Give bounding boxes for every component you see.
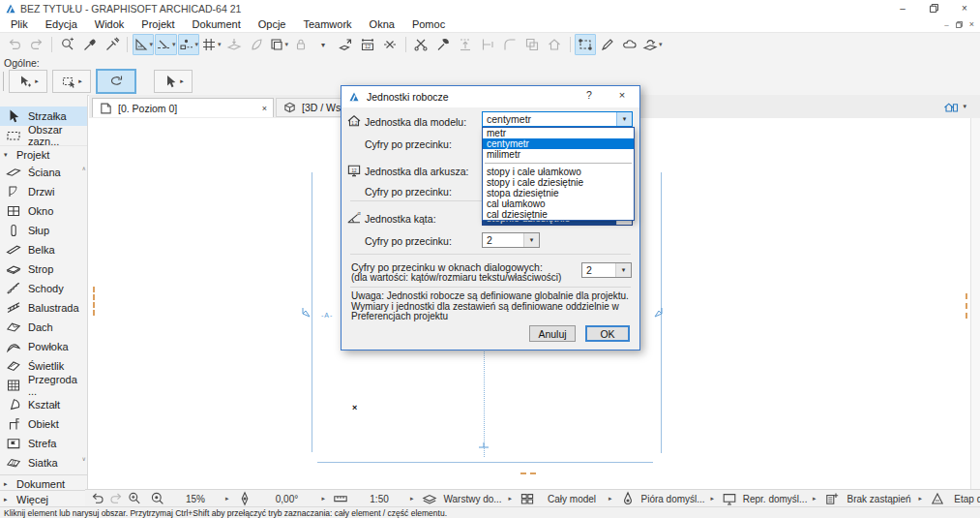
chevron-down-button[interactable]: ▾ [312, 34, 334, 55]
close-button[interactable]: × [949, 0, 980, 16]
ok-button[interactable]: OK [585, 325, 630, 342]
snap-points-button[interactable]: ▾ [178, 34, 200, 55]
fillet-button[interactable] [499, 34, 520, 55]
select-move-button[interactable]: ▸ [9, 70, 47, 93]
tool-obiekt[interactable]: Obiekt [0, 414, 87, 434]
quickbar-pens-value[interactable]: Pióra domyśl... [638, 494, 708, 504]
tool-sciana[interactable]: Ściana [0, 163, 87, 182]
menu-okna[interactable]: Okna [361, 17, 403, 31]
menu-pomoc[interactable]: Pomoc [403, 17, 454, 31]
menu-plik[interactable]: Plik [2, 17, 37, 31]
grid-snap-button[interactable]: ▾ [200, 34, 223, 55]
eyedropper-button[interactable] [79, 34, 101, 55]
unit-option-stopa-dziesietnie[interactable]: stopa dziesiętnie [483, 188, 634, 198]
project-chooser[interactable]: ▾ [943, 99, 966, 114]
tool-obszar-zazn[interactable]: Obszar zazn... [0, 126, 87, 145]
quickbar-scale-value[interactable]: 1:50 [351, 494, 407, 504]
frame-button[interactable]: ▾ [268, 34, 290, 55]
toolbox-group-wiecej[interactable]: ▸Więcej [0, 490, 87, 507]
section-marker-icon[interactable] [478, 442, 490, 455]
quickbar-phase-value[interactable]: Etap domyślny [948, 494, 980, 504]
angle-digits-select[interactable]: 2 ▾ [482, 232, 540, 248]
toolbox-scroll-up-icon[interactable]: ∧ [82, 165, 86, 171]
flyout-arrow-icon[interactable]: ▸ [322, 495, 326, 503]
dialog-digits-select[interactable]: 2 ▾ [581, 262, 632, 278]
menu-teamwork[interactable]: Teamwork [294, 17, 360, 31]
tool-strza-ka[interactable]: Strzałka [0, 107, 87, 126]
minimize-button[interactable]: – [887, 0, 918, 16]
tool-belka[interactable]: Belka [0, 240, 87, 259]
unit-option-cal-dziesietnie[interactable]: cal dziesiętnie [483, 209, 634, 220]
tool-siatka[interactable]: Siatka [0, 453, 87, 472]
gravity-button[interactable] [223, 34, 245, 55]
snap-guides-button[interactable]: ▾ [155, 34, 177, 55]
elevation-line-left[interactable] [312, 172, 312, 452]
redo-button[interactable] [26, 34, 47, 55]
tool-kszta-t[interactable]: Kształt [0, 395, 87, 414]
undo-button[interactable] [4, 34, 25, 55]
chevron-down-icon[interactable]: ▾ [218, 41, 222, 48]
split-button[interactable] [410, 34, 431, 55]
phase-icon[interactable] [930, 491, 945, 506]
menu-opcje[interactable]: Opcje [250, 17, 295, 31]
flyout-arrow-icon[interactable]: ▸ [225, 495, 229, 503]
tool-swietlik[interactable]: Świetlik [0, 356, 87, 376]
tool-balustrada[interactable]: Balustrada [0, 298, 87, 318]
flyout-arrow-icon[interactable]: ▸ [509, 495, 513, 503]
flyout-arrow-icon[interactable]: ▸ [35, 77, 39, 85]
unit-option-stopy-i-cale-dziesietnie[interactable]: stopy i cale dziesiętnie [483, 177, 634, 188]
restore-button[interactable] [918, 0, 949, 16]
guide-setsquare-button[interactable]: ▾ [133, 34, 155, 55]
elevation-marker-left-icon[interactable] [301, 308, 312, 320]
menu-widok[interactable]: Widok [86, 17, 134, 31]
move-button[interactable] [335, 34, 356, 55]
quickbar-representation-value[interactable]: Repr. domyśl... [740, 494, 810, 504]
flyout-arrow-icon[interactable]: ▸ [410, 495, 414, 503]
palette-drag-handle[interactable] [3, 72, 7, 91]
menu-edycja[interactable]: Edycja [37, 17, 86, 31]
chevron-down-icon[interactable]: ▾ [659, 41, 663, 48]
marquee-select-button[interactable]: ▸ [52, 70, 91, 93]
elevation-marker-right-icon[interactable] [653, 308, 664, 320]
unit-option-cal-u-amkowo[interactable]: cal ułamkowo [483, 198, 634, 209]
quickbar-model-filter-value[interactable]: Cały model [538, 494, 606, 504]
nav-back-icon[interactable] [90, 491, 105, 506]
mdi-minimize-button[interactable]: – [944, 20, 948, 29]
intersect-button[interactable] [521, 34, 543, 55]
chevron-down-icon[interactable]: ▾ [172, 41, 176, 48]
tool-dach[interactable]: Dach [0, 318, 87, 337]
unit-option-stopy-i-cale-u-amkowo[interactable]: stopy i cale ułamkowo [483, 167, 634, 177]
flyout-arrow-icon[interactable]: ▸ [180, 77, 184, 85]
vertical-scrollbar[interactable] [970, 118, 980, 489]
adjust-button[interactable] [432, 34, 454, 55]
mdi-close-button[interactable]: × [969, 19, 974, 29]
scale-ruler-icon[interactable] [333, 491, 348, 506]
edit-pencil-button[interactable] [597, 34, 618, 55]
model-filter-icon[interactable] [520, 491, 535, 506]
flyout-arrow-icon[interactable]: ▸ [813, 495, 817, 503]
menu-projekt[interactable]: Projekt [133, 17, 183, 31]
syringe-button[interactable] [102, 34, 123, 55]
menu-dokument[interactable]: Dokument [184, 17, 250, 31]
overrides-icon[interactable] [824, 491, 840, 506]
layers-icon[interactable] [422, 491, 437, 506]
tool-pow-oka[interactable]: Powłoka [0, 337, 87, 356]
trim-button[interactable] [477, 34, 498, 55]
tool-drzwi[interactable]: Drzwi [0, 182, 87, 201]
visual-compare-button[interactable]: ▾ [641, 34, 664, 55]
nav-forward-icon[interactable] [108, 491, 124, 506]
representation-icon[interactable] [722, 491, 737, 506]
unit-option-metr[interactable]: metr [483, 128, 634, 138]
chevron-down-icon[interactable]: ▾ [285, 41, 289, 48]
tool-strop[interactable]: Strop [0, 259, 87, 279]
mdi-restore-button[interactable] [956, 21, 963, 28]
plane-button[interactable] [246, 34, 267, 55]
elevate-button[interactable] [455, 34, 476, 55]
zoom-fit-icon[interactable] [150, 491, 165, 506]
revision-cloud-button[interactable] [619, 34, 640, 55]
marquee-transform-button[interactable] [575, 34, 596, 55]
flyout-arrow-icon[interactable]: ▸ [711, 495, 715, 503]
tab-close-icon[interactable]: × [262, 104, 267, 113]
unit-option-centymetr[interactable]: centymetr [483, 138, 634, 149]
tool-strefa[interactable]: Strefa [0, 434, 87, 453]
